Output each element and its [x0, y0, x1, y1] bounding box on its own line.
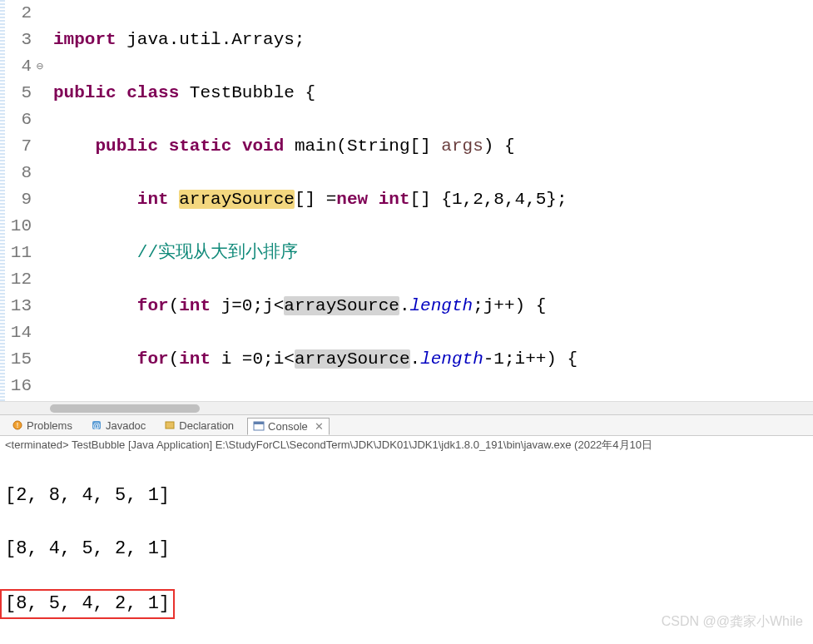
code-text: ( [169, 349, 180, 369]
tab-console[interactable]: Console ✕ [247, 418, 330, 435]
tab-label: Javadoc [106, 419, 146, 432]
keyword-int: int [179, 349, 211, 369]
line-number: 4 [0, 53, 32, 80]
keyword-public: public [95, 136, 158, 156]
svg-text:!: ! [17, 421, 19, 429]
code-area[interactable]: import java.util.Arrays; public class Te… [38, 0, 813, 401]
code-text: java.util.Arrays; [116, 30, 305, 49]
var-arraysource: arraySource [284, 296, 399, 315]
console-icon [253, 420, 265, 432]
code-text: j=0;j< [211, 296, 284, 315]
keyword-static: static [169, 136, 232, 156]
var-arraysource: arraySource [295, 349, 410, 369]
code-text: TestBubble { [179, 83, 315, 102]
close-icon[interactable]: ✕ [315, 420, 324, 433]
console-line-highlighted: [8, 5, 4, 2, 1] [5, 589, 808, 616]
keyword-new: new [336, 190, 368, 209]
keyword-for: for [137, 296, 169, 315]
watermark: CSDN @@龚家小While [662, 613, 803, 631]
code-text: main(String[] [284, 136, 441, 156]
tab-label: Declaration [179, 419, 234, 432]
tab-declaration[interactable]: Declaration [159, 418, 239, 433]
svg-rect-4 [166, 422, 174, 429]
code-text: ( [169, 296, 180, 315]
bottom-panel-tabs: ! Problems @ Javadoc Declaration Console… [0, 414, 813, 436]
keyword-void: void [242, 136, 284, 156]
keyword-public: public [53, 83, 116, 102]
param-args: args [441, 136, 483, 156]
problems-icon: ! [12, 419, 23, 431]
code-text: [] = [295, 190, 336, 209]
keyword-for: for [137, 349, 169, 369]
code-text: ;j++) { [473, 296, 546, 315]
field-length: length [410, 296, 473, 315]
console-line: [8, 4, 5, 2, 1] [5, 536, 808, 562]
javadoc-icon: @ [91, 419, 102, 431]
code-text: . [399, 296, 410, 315]
code-text: . [410, 349, 421, 369]
svg-text:@: @ [92, 422, 100, 430]
scrollbar-thumb[interactable] [50, 404, 200, 413]
console-line: [2, 8, 4, 5, 1] [5, 483, 808, 509]
svg-rect-6 [254, 422, 264, 424]
code-text: -1;i++) { [483, 349, 578, 369]
field-length: length [420, 349, 483, 369]
tab-label: Problems [27, 419, 72, 432]
tab-label: Console [268, 420, 308, 433]
code-editor[interactable]: 2 3 4 5 6 7 8 9 10 11 12 13 14 15 16 imp… [0, 0, 813, 401]
code-text: i =0;i< [211, 349, 295, 369]
code-text: ) { [483, 136, 515, 156]
line-number-gutter: 2 3 4 5 6 7 8 9 10 11 12 13 14 15 16 [0, 0, 38, 401]
keyword-class: class [126, 83, 179, 102]
keyword-int: int [179, 296, 211, 315]
declaration-icon [164, 419, 176, 431]
keyword-int: int [379, 190, 410, 209]
console-header: <terminated> TestBubble [Java Applicatio… [0, 436, 813, 454]
comment: //实现从大到小排序 [137, 243, 298, 262]
keyword-import: import [53, 30, 116, 49]
var-arraysource: arraySource [179, 190, 295, 209]
horizontal-scrollbar[interactable] [0, 401, 813, 414]
keyword-int: int [137, 190, 169, 209]
tab-problems[interactable]: ! Problems [7, 418, 77, 433]
code-text: [] {1,2,8,4,5}; [410, 190, 568, 209]
tab-javadoc[interactable]: @ Javadoc [86, 418, 151, 433]
